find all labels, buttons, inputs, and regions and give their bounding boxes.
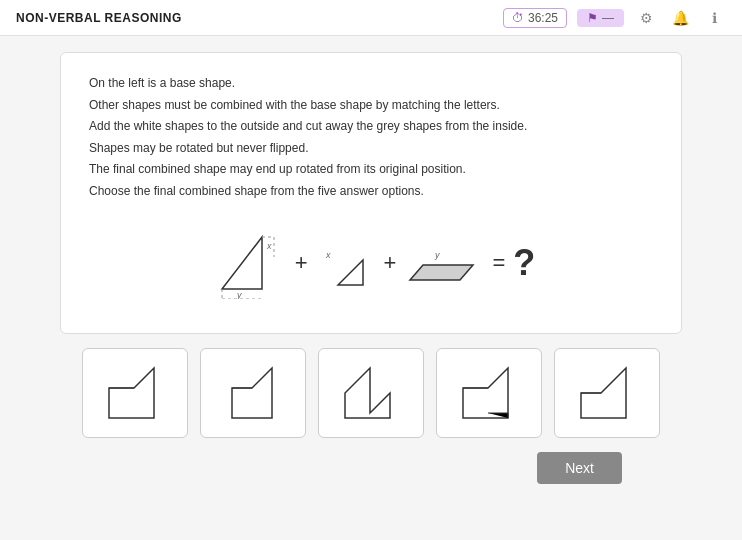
settings-button[interactable]: ⚙	[634, 6, 658, 30]
svg-line-14	[252, 368, 272, 388]
timer-value: 36:25	[528, 11, 558, 25]
question-box: On the left is a base shape. Other shape…	[60, 52, 682, 334]
instruction-6: Choose the final combined shape from the…	[89, 181, 653, 203]
instruction-5: The final combined shape may end up rota…	[89, 159, 653, 181]
instruction-3: Add the white shapes to the outside and …	[89, 116, 653, 138]
next-button[interactable]: Next	[537, 452, 622, 484]
shape2: x	[316, 228, 376, 298]
timer-icon: ⏱	[512, 11, 524, 25]
bell-button[interactable]: 🔔	[668, 6, 692, 30]
question-mark: ?	[513, 242, 535, 284]
flag-icon: ⚑	[587, 11, 598, 25]
svg-marker-9	[410, 265, 473, 280]
svg-text:x: x	[325, 250, 331, 260]
svg-text:x: x	[266, 241, 272, 251]
answer-option-1[interactable]	[82, 348, 188, 438]
svg-marker-16	[463, 368, 508, 418]
flag-button[interactable]: ⚑ —	[577, 9, 624, 27]
info-button[interactable]: ℹ	[702, 6, 726, 30]
base-shape: x y	[207, 223, 287, 303]
instruction-4: Shapes may be rotated but never flipped.	[89, 138, 653, 160]
op1: +	[295, 250, 308, 276]
answer-option-3[interactable]	[318, 348, 424, 438]
page-title: NON-VERBAL REASONING	[16, 11, 182, 25]
op2: +	[384, 250, 397, 276]
header: NON-VERBAL REASONING ⏱ 36:25 ⚑ — ⚙ 🔔 ℹ	[0, 0, 742, 36]
svg-marker-12	[232, 368, 272, 418]
bottom-bar: Next	[60, 452, 682, 484]
svg-text:y: y	[434, 250, 440, 260]
svg-marker-11	[109, 368, 154, 418]
svg-marker-0	[222, 237, 262, 289]
main-content: On the left is a base shape. Other shape…	[0, 36, 742, 494]
instruction-2: Other shapes must be combined with the b…	[89, 95, 653, 117]
shape3: y	[404, 228, 484, 298]
answer-option-5[interactable]	[554, 348, 660, 438]
answer-option-2[interactable]	[200, 348, 306, 438]
flag-label: —	[602, 11, 614, 25]
answers-row	[60, 348, 682, 438]
svg-text:y: y	[236, 290, 242, 299]
equals: =	[492, 250, 505, 276]
svg-marker-15	[345, 368, 390, 418]
timer-display: ⏱ 36:25	[503, 8, 567, 28]
puzzle-row: x y + x + y =	[89, 223, 653, 313]
instruction-1: On the left is a base shape.	[89, 73, 653, 95]
instructions: On the left is a base shape. Other shape…	[89, 73, 653, 203]
header-controls: ⏱ 36:25 ⚑ — ⚙ 🔔 ℹ	[503, 6, 726, 30]
svg-marker-7	[338, 260, 363, 285]
answer-option-4[interactable]	[436, 348, 542, 438]
